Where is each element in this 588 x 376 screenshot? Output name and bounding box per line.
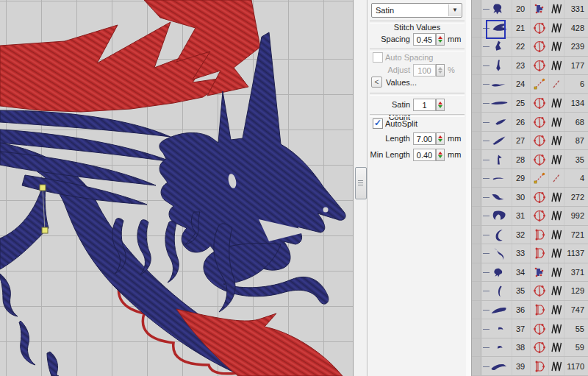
zigzag-icon bbox=[549, 152, 564, 167]
panel-list-gutter bbox=[466, 0, 472, 376]
object-row-22[interactable]: 22239 bbox=[472, 38, 588, 57]
object-row-38[interactable]: 3859 bbox=[472, 338, 588, 358]
object-thumbnail[interactable] bbox=[481, 207, 512, 225]
stitch-count: 1137 bbox=[564, 244, 588, 263]
divider bbox=[370, 93, 465, 96]
object-thumbnail[interactable] bbox=[481, 226, 512, 244]
object-row-34[interactable]: 34371 bbox=[472, 263, 588, 283]
satin-column-icon bbox=[532, 133, 547, 148]
selection-node[interactable] bbox=[40, 185, 46, 191]
object-row-24[interactable]: 246 bbox=[472, 75, 588, 94]
object-thumbnail[interactable] bbox=[481, 244, 512, 263]
object-row-35[interactable]: 35129 bbox=[472, 282, 588, 301]
embroidery-canvas[interactable] bbox=[0, 0, 353, 376]
zigzag-icon bbox=[549, 322, 564, 336]
scrollbar-thumb[interactable] bbox=[355, 167, 367, 199]
stitch-count: 331 bbox=[564, 0, 588, 18]
length-input[interactable] bbox=[413, 132, 436, 145]
object-number: 31 bbox=[512, 207, 531, 225]
stitch-count: 35 bbox=[564, 150, 588, 169]
object-row-23[interactable]: 23177 bbox=[472, 57, 588, 76]
object-row-29[interactable]: 294 bbox=[472, 169, 588, 188]
object-thumbnail[interactable] bbox=[481, 169, 512, 188]
curve-line-thumbnail bbox=[487, 169, 509, 187]
length-stepper[interactable] bbox=[436, 132, 445, 145]
slash-blob-thumbnail bbox=[487, 132, 509, 149]
object-number: 26 bbox=[512, 113, 531, 131]
object-list[interactable]: 2033121428222392317724625134266827872835… bbox=[472, 0, 588, 376]
running-stitch-icon bbox=[532, 77, 547, 91]
values-collapse-button[interactable]: < bbox=[371, 77, 382, 88]
spacing-input[interactable] bbox=[413, 33, 436, 46]
canvas-vertical-scrollbar[interactable] bbox=[353, 0, 368, 376]
spacing-label: Spacing bbox=[368, 33, 410, 46]
running-stitch-icon bbox=[532, 171, 547, 185]
object-row-32[interactable]: 32721 bbox=[472, 226, 588, 245]
stitch-count: 371 bbox=[564, 263, 588, 282]
object-row-21[interactable]: 21428 bbox=[472, 19, 588, 38]
object-row-28[interactable]: 2835 bbox=[472, 150, 588, 169]
object-row-39[interactable]: 391170 bbox=[472, 357, 588, 376]
adjust-input[interactable] bbox=[413, 64, 436, 77]
zigzag-icon bbox=[549, 133, 564, 148]
object-thumbnail[interactable] bbox=[481, 150, 512, 169]
comma-small2-thumbnail bbox=[487, 338, 509, 356]
object-row-26[interactable]: 2668 bbox=[472, 113, 588, 132]
row-margin bbox=[472, 282, 481, 300]
auto-spacing-checkbox[interactable] bbox=[373, 52, 383, 63]
stitch-type-dropdown[interactable]: Satin ▼ bbox=[371, 3, 462, 18]
row-margin bbox=[472, 75, 481, 93]
spacing-stepper[interactable] bbox=[436, 33, 445, 46]
object-row-36[interactable]: 36747 bbox=[472, 301, 588, 320]
object-thumbnail[interactable] bbox=[481, 75, 512, 93]
flag-blob-thumbnail bbox=[487, 151, 509, 169]
cluster-blob-thumbnail bbox=[487, 263, 509, 281]
stitch-count: 239 bbox=[564, 38, 588, 56]
object-row-27[interactable]: 2787 bbox=[472, 132, 588, 151]
dragon-mane bbox=[0, 110, 172, 205]
object-thumbnail[interactable] bbox=[481, 188, 512, 206]
min-length-input[interactable] bbox=[413, 149, 436, 161]
object-thumbnail[interactable] bbox=[481, 38, 512, 56]
object-number: 23 bbox=[512, 57, 531, 75]
object-row-20[interactable]: 20331 bbox=[472, 0, 588, 19]
zigzag-icon bbox=[549, 96, 564, 110]
object-thumbnail[interactable] bbox=[481, 132, 512, 150]
object-row-25[interactable]: 25134 bbox=[472, 94, 588, 113]
object-row-37[interactable]: 3755 bbox=[472, 319, 588, 338]
satin-column-icon bbox=[532, 340, 547, 355]
row-margin bbox=[472, 169, 481, 188]
wave-line-thumbnail bbox=[487, 75, 509, 93]
stitch-count: 134 bbox=[564, 94, 588, 113]
object-thumbnail[interactable] bbox=[481, 0, 512, 18]
selection-node[interactable] bbox=[42, 227, 48, 233]
object-row-31[interactable]: 31992 bbox=[472, 207, 588, 226]
zigzag-icon bbox=[549, 190, 564, 205]
dragon-design bbox=[0, 0, 353, 376]
object-row-33[interactable]: 331137 bbox=[472, 244, 588, 263]
object-thumbnail[interactable] bbox=[481, 282, 512, 300]
selected-wing-object[interactable] bbox=[0, 185, 49, 269]
object-thumbnail[interactable] bbox=[481, 57, 512, 75]
object-number: 32 bbox=[512, 226, 531, 244]
satin-count-input[interactable] bbox=[413, 99, 436, 111]
adjust-stepper[interactable] bbox=[436, 64, 445, 77]
red-crest bbox=[0, 0, 260, 112]
zigzag-icon bbox=[549, 115, 564, 130]
object-thumbnail[interactable] bbox=[481, 94, 512, 113]
chevron-down-icon[interactable]: ▼ bbox=[448, 4, 461, 16]
object-thumbnail[interactable] bbox=[481, 301, 512, 319]
object-thumbnail[interactable] bbox=[481, 19, 512, 38]
object-thumbnail[interactable] bbox=[481, 263, 512, 282]
object-thumbnail[interactable] bbox=[481, 338, 512, 357]
row-margin bbox=[472, 357, 481, 375]
object-number: 27 bbox=[512, 132, 531, 150]
scurve-blob-thumbnail bbox=[487, 244, 509, 262]
object-thumbnail[interactable] bbox=[481, 319, 512, 338]
auto-split-checkbox[interactable] bbox=[373, 118, 383, 129]
object-row-30[interactable]: 30272 bbox=[472, 188, 588, 207]
satin-count-stepper[interactable] bbox=[436, 99, 445, 111]
object-thumbnail[interactable] bbox=[481, 113, 512, 131]
object-thumbnail[interactable] bbox=[481, 357, 512, 375]
min-length-stepper[interactable] bbox=[436, 149, 445, 161]
